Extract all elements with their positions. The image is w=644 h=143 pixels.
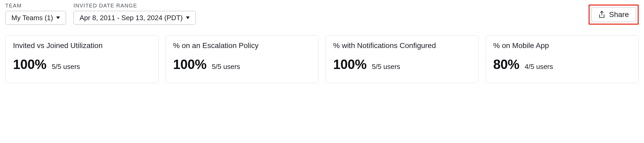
card-stats: 100% 5/5 users — [333, 57, 471, 72]
date-range-filter-dropdown[interactable]: Apr 8, 2011 - Sep 13, 2024 (PDT) — [73, 11, 196, 25]
card-title: % with Notifications Configured — [333, 41, 471, 50]
card-stats: 100% 5/5 users — [173, 57, 311, 72]
share-highlight-box: Share — [589, 5, 639, 25]
share-icon — [598, 11, 605, 19]
stat-card-notifications-configured: % with Notifications Configured 100% 5/5… — [325, 35, 479, 83]
stat-card-escalation-policy: % on an Escalation Policy 100% 5/5 users — [166, 35, 319, 83]
card-subtext: 4/5 users — [525, 63, 553, 71]
stat-card-invited-joined: Invited vs Joined Utilization 100% 5/5 u… — [5, 35, 159, 83]
stat-cards-row: Invited vs Joined Utilization 100% 5/5 u… — [5, 35, 639, 83]
share-button-label: Share — [609, 11, 629, 18]
card-subtext: 5/5 users — [52, 63, 80, 71]
stat-card-mobile-app: % on Mobile App 80% 4/5 users — [486, 35, 639, 83]
date-range-filter-group: INVITED DATE RANGE Apr 8, 2011 - Sep 13,… — [73, 3, 196, 25]
card-percent: 100% — [173, 57, 207, 72]
caret-down-icon — [186, 16, 190, 19]
team-filter-dropdown[interactable]: My Teams (1) — [5, 11, 66, 25]
card-title: % on Mobile App — [493, 41, 631, 50]
card-percent: 80% — [493, 57, 520, 72]
date-range-filter-label: INVITED DATE RANGE — [73, 3, 196, 9]
team-filter-label: TEAM — [5, 3, 66, 9]
card-title: Invited vs Joined Utilization — [13, 41, 151, 50]
share-button[interactable]: Share — [591, 7, 636, 22]
controls-row: TEAM My Teams (1) INVITED DATE RANGE Apr… — [5, 3, 639, 25]
caret-down-icon — [56, 16, 60, 19]
card-subtext: 5/5 users — [212, 63, 240, 71]
team-filter-group: TEAM My Teams (1) — [5, 3, 66, 25]
date-range-filter-value: Apr 8, 2011 - Sep 13, 2024 (PDT) — [80, 14, 183, 21]
team-filter-value: My Teams (1) — [11, 14, 53, 21]
card-stats: 80% 4/5 users — [493, 57, 631, 72]
card-percent: 100% — [13, 57, 46, 72]
card-subtext: 5/5 users — [372, 63, 400, 71]
card-stats: 100% 5/5 users — [13, 57, 151, 72]
card-title: % on an Escalation Policy — [173, 41, 311, 50]
card-percent: 100% — [333, 57, 367, 72]
